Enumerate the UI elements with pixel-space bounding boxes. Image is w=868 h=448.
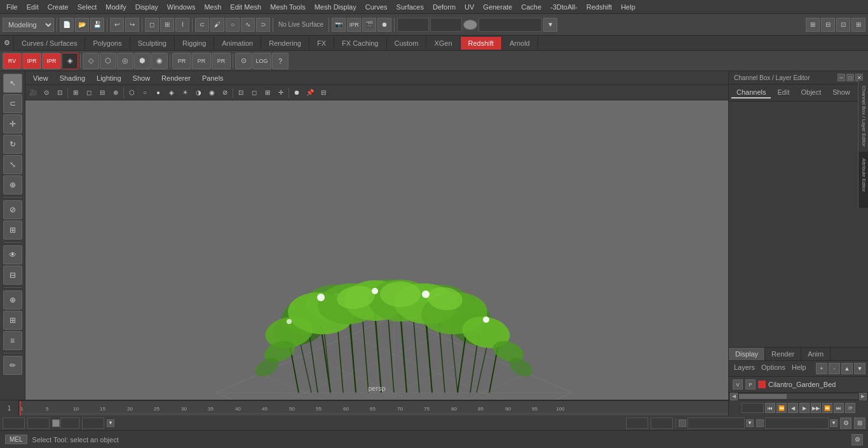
anim-layer-input[interactable]: No Anim Layer [688,417,745,429]
vp-playblast-btn[interactable]: ⏺ [290,86,303,99]
open-btn[interactable]: 📂 [75,18,89,32]
render-btn[interactable]: 🎬 [362,18,376,32]
cam-btn[interactable]: 📷 [332,18,346,32]
tab-redshift[interactable]: Redshift [461,37,502,50]
pr-icon2[interactable]: PR [192,53,211,69]
layer-menu-help[interactable]: Help [789,363,809,374]
ipr2-icon[interactable]: IPR [42,53,61,69]
vp-menu-show[interactable]: Show [128,73,156,83]
max-end-input[interactable]: 120 [626,417,648,429]
viewport-inner[interactable]: X Y Z persp [25,100,728,400]
anim-layer-dropdown-icon[interactable] [679,419,686,427]
vp-hud-btn[interactable]: ⊟ [317,86,330,99]
rs-icon4[interactable]: ⬢ [134,53,151,69]
right-tab-channel-box[interactable]: Channel Box / Layer Editor [858,81,868,152]
vp-menu-shading[interactable]: Shading [55,73,90,83]
menu-help[interactable]: Help [617,2,639,12]
vp-xray-btn[interactable]: ⊘ [219,86,231,99]
rs-icon2[interactable]: ⬡ [100,53,116,69]
range-dropdown-btn[interactable]: ▼ [107,419,114,427]
char-set-dropdown-icon[interactable] [756,419,764,427]
vp-textured-btn[interactable]: ◈ [165,86,178,99]
menu-redshift[interactable]: Redshift [583,2,616,12]
scale-input[interactable]: 1.00 [430,18,462,32]
vp-ao-btn[interactable]: ◉ [205,86,218,99]
tab-xgen[interactable]: XGen [426,37,460,50]
char-set-input[interactable]: No Character Set [765,417,829,429]
show-hide-btn[interactable]: 👁 [3,245,22,264]
frame2-input[interactable]: 1 [27,417,50,429]
layer-delete-btn[interactable]: - [829,363,840,374]
color-mode-input[interactable]: sRGB gamma [478,18,542,32]
tab-curves-surfaces[interactable]: Curves / Surfaces [14,37,85,50]
cb-tab-show[interactable]: Show [827,87,855,98]
redo-btn[interactable]: ↪ [125,18,139,32]
layer-arrow-up-btn[interactable]: ▲ [841,363,853,374]
tl-forward-btn[interactable]: ⏩ [822,403,832,413]
menu-mesh[interactable]: Mesh [200,2,225,12]
status-settings-btn[interactable]: ⚙ [851,434,863,445]
move-tool-btn[interactable]: ✛ [3,114,22,133]
vp-menu-view[interactable]: View [28,73,53,83]
layer-arrow-down-btn[interactable]: ▼ [854,363,865,374]
vp-cam-btn[interactable]: 🎥 [27,86,39,99]
play-prefs-btn[interactable]: ⊞ [854,417,865,429]
menu-mesh-display[interactable]: Mesh Display [311,2,360,12]
menu-select[interactable]: Select [74,2,101,12]
lasso-btn[interactable]: ⊂ [195,18,209,32]
range-start-input[interactable]: 1 [60,417,79,429]
vp-snap-icon[interactable]: ⊞ [69,86,82,99]
layer-visibility-btn[interactable]: V [733,379,743,390]
vp-gate-btn[interactable]: ⊞ [261,86,274,99]
tl-last-btn[interactable]: ⏭ [834,403,844,413]
menu-surfaces[interactable]: Surfaces [393,2,428,12]
tab-sculpting[interactable]: Sculpting [130,37,175,50]
menu-curves[interactable]: Curves [362,2,391,12]
quick-layout-btn[interactable]: ⊞ [3,311,22,330]
tl-back-btn[interactable]: ◀ [788,403,798,413]
snap-curve-btn[interactable]: ⌇ [175,18,189,32]
layer-new-btn[interactable]: + [816,363,827,374]
trail-btn[interactable]: ⊃ [256,18,270,32]
vp-side-btn[interactable]: ⊡ [53,86,66,99]
vp-shadow-btn[interactable]: ◑ [192,86,205,99]
vp-resolution-btn[interactable]: ◻ [248,86,261,99]
cb-tab-edit[interactable]: Edit [772,87,794,98]
prefs-btn[interactable]: ⚙ [840,417,851,429]
layer-color-swatch[interactable] [758,381,766,388]
vp-lighting-btn[interactable]: ☀ [179,86,191,99]
color-mode-btn[interactable] [463,20,477,30]
soft-select-btn[interactable]: ⊘ [3,200,22,219]
menu-windows[interactable]: Windows [163,2,200,12]
dr-tab-display[interactable]: Display [729,348,765,360]
save-btn[interactable]: 💾 [90,18,104,32]
layout-btn2[interactable]: ⊟ [821,18,835,32]
menu-edit[interactable]: Edit [23,2,43,12]
loop-btn[interactable]: ○ [226,18,240,32]
select-tool-btn[interactable]: ↖ [3,74,22,93]
menu-modify[interactable]: Modify [102,2,130,12]
vp-isolate-btn[interactable]: ⊡ [234,86,247,99]
paint-btn[interactable]: 🖌 [210,18,224,32]
rs-settings-icon[interactable]: ◈ [62,53,78,69]
vp-wireframe-btn[interactable]: ⬡ [125,86,138,99]
cb-min-btn[interactable]: ─ [837,74,845,81]
tl-next-btn[interactable]: ▶▶ [811,403,821,413]
menu-uv[interactable]: UV [461,2,478,12]
tab-polygons[interactable]: Polygons [85,37,130,50]
vp-menu-lighting[interactable]: Lighting [92,73,126,83]
rs-icon1[interactable]: ◇ [83,53,99,69]
layout-btn4[interactable]: ⊞ [851,18,865,32]
rs-help-icon[interactable]: ? [272,53,288,69]
mode-select[interactable]: Modeling Rigging Animation FX Rendering [3,18,54,32]
layer-p-btn[interactable]: P [745,379,756,390]
scroll-left-btn[interactable]: ◀ [730,393,738,400]
char-set-btn[interactable]: ▼ [830,419,837,427]
vp-menu-panels[interactable]: Panels [197,73,229,83]
ipr-btn[interactable]: IPR [347,18,361,32]
dr-tab-anim[interactable]: Anim [801,348,831,360]
layout-btn3[interactable]: ⊡ [836,18,850,32]
tab-animation[interactable]: Animation [214,37,261,50]
current-frame-input[interactable]: 1 [742,403,764,413]
record-btn[interactable]: ⏺ [377,18,391,32]
